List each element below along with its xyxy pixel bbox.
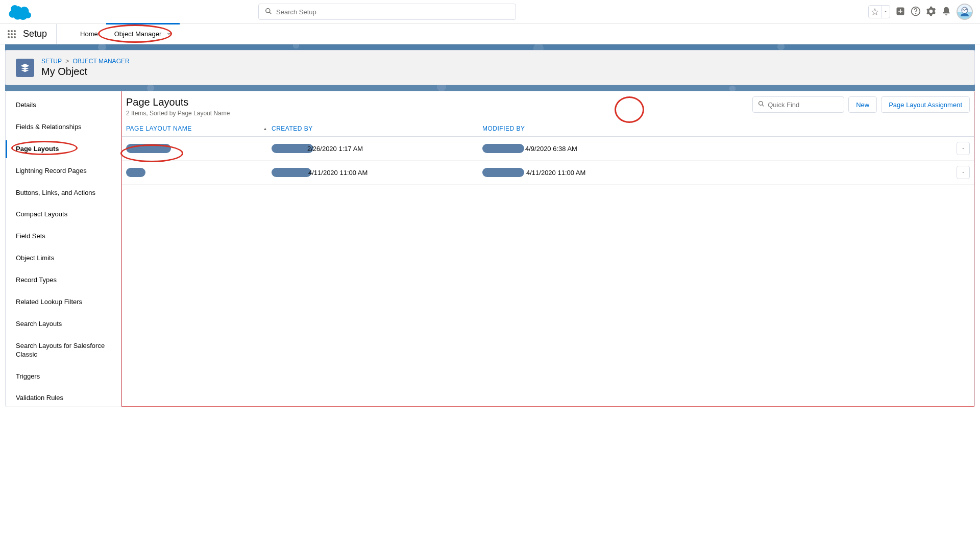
new-button[interactable]: New <box>848 96 877 113</box>
global-utility-bar <box>868 4 973 20</box>
add-icon[interactable] <box>895 6 905 18</box>
app-launcher-icon[interactable] <box>8 30 16 38</box>
sidebar-item-related-lookup-filters[interactable]: Related Lookup Filters <box>6 293 121 311</box>
search-input[interactable] <box>276 8 509 16</box>
quick-find-input[interactable] <box>768 101 839 109</box>
context-nav-bar: Setup Home Object Manager <box>0 24 980 44</box>
salesforce-logo[interactable] <box>7 2 34 22</box>
search-icon <box>758 101 765 109</box>
sidebar-item-triggers[interactable]: Triggers <box>6 368 121 386</box>
tab-object-manager-label: Object Manager <box>114 30 162 38</box>
cell-created-by: 2/26/2020 1:17 AM <box>272 144 482 153</box>
redacted-text <box>272 168 311 177</box>
app-name-label: Setup <box>23 24 57 44</box>
side-nav: Details Fields & Relationships Page Layo… <box>6 91 121 407</box>
svg-point-8 <box>966 9 967 10</box>
sidebar-item-page-layouts[interactable]: Page Layouts <box>6 140 121 158</box>
main-body: Details Fields & Relationships Page Layo… <box>5 91 975 407</box>
redacted-text <box>126 144 171 153</box>
breadcrumb-leaf[interactable]: OBJECT MANAGER <box>73 58 130 65</box>
page-title: My Object <box>41 66 130 78</box>
page-header: SETUP > OBJECT MANAGER My Object <box>5 50 975 85</box>
sidebar-item-lightning-pages[interactable]: Lightning Record Pages <box>6 162 121 180</box>
column-header-created-by[interactable]: CREATED BY <box>272 125 482 132</box>
decorative-pattern <box>5 44 975 50</box>
chevron-down-icon <box>881 6 890 18</box>
sidebar-item-buttons-links-actions[interactable]: Buttons, Links, and Actions <box>6 184 121 202</box>
chevron-down-icon <box>166 30 172 38</box>
breadcrumb-separator: > <box>65 58 69 65</box>
table-row: 4/11/2020 11:00 AM 4/11/2020 11:00 AM <box>122 161 974 185</box>
favorites-menu[interactable] <box>868 5 890 18</box>
help-icon[interactable] <box>911 6 921 18</box>
svg-point-9 <box>759 102 763 106</box>
bell-icon[interactable] <box>941 6 951 18</box>
page-layout-assignment-button[interactable]: Page Layout Assignment <box>881 96 970 113</box>
sidebar-item-search-layouts-classic[interactable]: Search Layouts for Salesforce Classic <box>6 337 121 364</box>
row-actions-menu[interactable] <box>957 166 970 179</box>
sidebar-item-validation-rules[interactable]: Validation Rules <box>6 389 121 407</box>
sidebar-item-details[interactable]: Details <box>6 96 121 114</box>
tab-home[interactable]: Home <box>72 24 106 44</box>
cell-layout-name[interactable] <box>126 144 272 153</box>
svg-line-10 <box>762 105 764 106</box>
svg-marker-2 <box>872 9 878 15</box>
global-search[interactable] <box>258 4 516 20</box>
avatar[interactable] <box>957 4 973 20</box>
tab-object-manager[interactable]: Object Manager <box>106 23 180 43</box>
redacted-text <box>482 144 524 153</box>
main-header: Page Layouts 2 Items, Sorted by Page Lay… <box>122 91 974 117</box>
decorative-pattern <box>5 85 975 91</box>
layers-icon <box>16 59 34 77</box>
redacted-text <box>126 168 145 177</box>
star-icon <box>869 6 881 18</box>
breadcrumb-root[interactable]: SETUP <box>41 58 62 65</box>
table-header: PAGE LAYOUT NAME ▲ CREATED BY MODIFIED B… <box>122 125 974 137</box>
sidebar-item-field-sets[interactable]: Field Sets <box>6 228 121 245</box>
sidebar-item-search-layouts[interactable]: Search Layouts <box>6 315 121 333</box>
svg-point-0 <box>266 8 270 12</box>
row-actions-menu[interactable] <box>957 142 970 155</box>
cell-modified-by: 4/11/2020 11:00 AM <box>482 168 951 177</box>
svg-point-5 <box>916 13 916 14</box>
global-header <box>0 0 980 24</box>
svg-line-1 <box>270 12 272 14</box>
sidebar-item-object-limits[interactable]: Object Limits <box>6 249 121 267</box>
redacted-text <box>482 168 524 177</box>
column-header-modified-by[interactable]: MODIFIED BY <box>482 125 970 132</box>
main-content: Page Layouts 2 Items, Sorted by Page Lay… <box>121 91 974 407</box>
sidebar-item-record-types[interactable]: Record Types <box>6 271 121 289</box>
search-icon <box>265 8 272 16</box>
section-title: Page Layouts <box>126 96 230 108</box>
sidebar-item-fields[interactable]: Fields & Relationships <box>6 118 121 136</box>
gear-icon[interactable] <box>926 6 936 18</box>
svg-point-7 <box>963 9 964 10</box>
cell-created-by: 4/11/2020 11:00 AM <box>272 168 482 177</box>
column-header-name[interactable]: PAGE LAYOUT NAME ▲ <box>126 125 272 132</box>
sort-ascending-icon: ▲ <box>263 127 267 131</box>
cell-layout-name[interactable] <box>126 168 272 177</box>
breadcrumb: SETUP > OBJECT MANAGER <box>41 58 130 65</box>
section-subtitle: 2 Items, Sorted by Page Layout Name <box>126 110 230 117</box>
quick-find[interactable] <box>752 96 844 113</box>
table-row: 2/26/2020 1:17 AM 4/9/2020 6:38 AM <box>122 137 974 161</box>
sidebar-item-compact-layouts[interactable]: Compact Layouts <box>6 206 121 223</box>
cell-modified-by: 4/9/2020 6:38 AM <box>482 144 951 153</box>
